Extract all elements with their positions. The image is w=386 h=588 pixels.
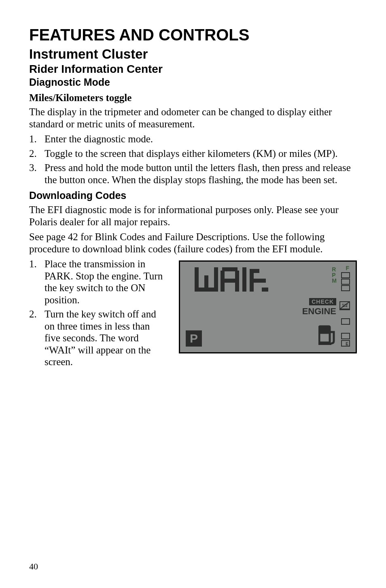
lcd-engine-label: ENGINE bbox=[302, 306, 336, 317]
list-number: 2. bbox=[29, 148, 45, 160]
svg-rect-6 bbox=[222, 267, 238, 271]
subsubsection-heading: Rider Information Center bbox=[29, 63, 357, 76]
svg-line-13 bbox=[339, 301, 350, 309]
svg-rect-8 bbox=[242, 267, 246, 292]
lcd-gear-m: M bbox=[332, 278, 336, 283]
lcd-gear-indicator: R P M bbox=[332, 267, 336, 283]
lcd-park-indicator: P bbox=[186, 330, 202, 347]
lcd-fuel-level-bars-icon bbox=[341, 333, 350, 347]
svg-rect-3 bbox=[195, 288, 218, 292]
lcd-display-figure: R P M F CHECK ENGINE 1/2 bbox=[179, 260, 357, 353]
list-number: 1. bbox=[29, 258, 45, 306]
list-text: Enter the diagnostic mode. bbox=[45, 133, 357, 145]
list-text: Toggle to the screen that displays eithe… bbox=[45, 148, 357, 160]
lcd-seg-t-icon bbox=[250, 267, 268, 292]
lcd-gear-r: R bbox=[332, 267, 336, 272]
svg-rect-10 bbox=[250, 279, 266, 283]
lcd-gear-p: P bbox=[332, 272, 336, 278]
list-item: 2.Turn the key switch off and on three t… bbox=[29, 308, 168, 368]
svg-rect-15 bbox=[321, 328, 328, 333]
lcd-fuel-empty-label bbox=[341, 340, 350, 347]
list-item: 1.Enter the diagnostic mode. bbox=[29, 133, 357, 145]
list-text: Turn the key switch off and on three tim… bbox=[45, 308, 168, 368]
svg-rect-7 bbox=[221, 279, 239, 283]
svg-rect-12 bbox=[262, 288, 268, 292]
list-item: 3.Press and hold the mode button until t… bbox=[29, 162, 357, 186]
subsection-heading: Instrument Cluster bbox=[29, 47, 357, 62]
downloading-codes-steps: 1.Place the transmission in PARK. Stop t… bbox=[29, 258, 168, 368]
lcd-divider-icon bbox=[339, 309, 350, 310]
section-heading: FEATURES AND CONTROLS bbox=[29, 26, 357, 44]
downloading-codes-p1: The EFI diagnostic mode is for informati… bbox=[29, 204, 357, 228]
lcd-fuel-half-diag-icon bbox=[339, 301, 350, 309]
list-text: Place the transmission in PARK. Stop the… bbox=[45, 258, 168, 306]
miles-km-intro: The display in the tripmeter and odomete… bbox=[29, 106, 357, 130]
lcd-check-label: CHECK bbox=[309, 298, 336, 305]
list-text: Press and hold the mode button until the… bbox=[45, 162, 357, 186]
list-item: 2.Toggle to the screen that displays eit… bbox=[29, 148, 357, 160]
lcd-seg-i-icon bbox=[242, 267, 247, 292]
list-number: 1. bbox=[29, 133, 45, 145]
list-number: 2. bbox=[29, 308, 45, 368]
svg-rect-11 bbox=[250, 269, 259, 273]
svg-rect-2 bbox=[214, 267, 218, 291]
svg-rect-0 bbox=[195, 267, 199, 291]
lcd-seg-w-icon bbox=[195, 267, 218, 292]
downloading-codes-p2: See page 42 for Blink Codes and Failure … bbox=[29, 231, 357, 255]
lcd-wait-text bbox=[195, 267, 268, 292]
miles-km-heading: Miles/Kilometers toggle bbox=[29, 92, 357, 104]
lcd-fuel-segment-icon bbox=[341, 318, 350, 325]
miles-km-steps: 1.Enter the diagnostic mode. 2.Toggle to… bbox=[29, 133, 357, 186]
lcd-gear-boxes-icon bbox=[341, 267, 350, 291]
downloading-codes-heading: Downloading Codes bbox=[29, 190, 357, 201]
lcd-fuel-pump-icon bbox=[318, 324, 338, 347]
page-number: 40 bbox=[29, 561, 38, 572]
svg-rect-16 bbox=[318, 343, 331, 345]
lcd-seg-a-icon bbox=[221, 267, 239, 292]
list-item: 1.Place the transmission in PARK. Stop t… bbox=[29, 258, 168, 306]
list-number: 3. bbox=[29, 162, 45, 186]
topic-heading: Diagnostic Mode bbox=[29, 76, 357, 88]
